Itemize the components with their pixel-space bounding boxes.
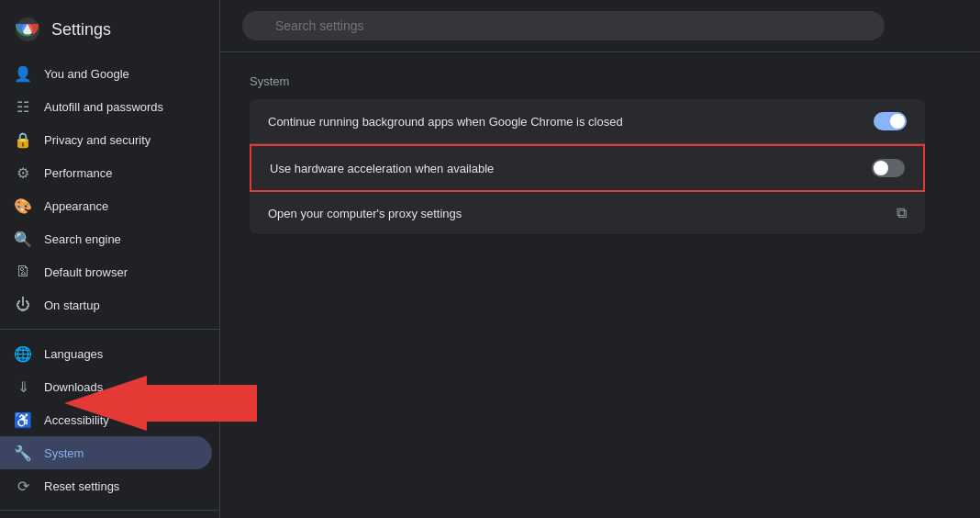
toggle-knob	[890, 114, 905, 129]
sidebar-item-autofill[interactable]: ☷ Autofill and passwords	[0, 90, 212, 123]
shield-icon: 🔒	[15, 131, 31, 148]
sidebar-divider-2	[0, 510, 219, 511]
sidebar-item-on-startup[interactable]: ⏻ On startup	[0, 288, 212, 321]
hardware-acceleration-toggle[interactable]	[872, 159, 905, 177]
sidebar-item-reset-settings[interactable]: ⟳ Reset settings	[0, 469, 212, 502]
globe-icon: 🌐	[15, 345, 31, 362]
wrench-icon: 🔧	[15, 445, 31, 461]
search-icon: 🔍	[15, 231, 31, 247]
section-title: System	[250, 74, 925, 88]
background-apps-label: Continue running background apps when Go…	[268, 115, 623, 129]
search-input[interactable]	[242, 11, 885, 40]
sidebar-header: Settings	[0, 7, 219, 57]
sidebar-item-performance[interactable]: ⚙ Performance	[0, 156, 212, 189]
sidebar-item-appearance[interactable]: 🎨 Appearance	[0, 189, 212, 222]
gauge-icon: ⚙	[15, 164, 31, 181]
app-title: Settings	[51, 20, 111, 39]
power-icon: ⏻	[15, 297, 31, 313]
search-bar-container	[220, 0, 980, 52]
sidebar-item-privacy[interactable]: 🔒 Privacy and security	[0, 123, 212, 156]
settings-row-hardware-acceleration[interactable]: Use hardware acceleration when available	[250, 144, 925, 192]
sidebar-item-search-engine[interactable]: 🔍 Search engine	[0, 222, 212, 255]
sidebar-divider	[0, 329, 219, 330]
external-proxy-icon: ⧉	[896, 205, 907, 221]
hardware-acceleration-label: Use hardware acceleration when available	[270, 162, 494, 175]
settings-row-proxy[interactable]: Open your computer's proxy settings ⧉	[250, 192, 925, 234]
sidebar-item-accessibility[interactable]: ♿ Accessibility	[0, 403, 212, 436]
sidebar: Settings 👤 You and Google ☷ Autofill and…	[0, 0, 220, 518]
browser-icon: 🖻	[15, 264, 31, 280]
background-apps-toggle[interactable]	[874, 112, 907, 130]
settings-card: Continue running background apps when Go…	[250, 99, 925, 234]
reset-icon: ⟳	[15, 478, 31, 494]
sidebar-item-languages[interactable]: 🌐 Languages	[0, 337, 212, 370]
sidebar-item-default-browser[interactable]: 🖻 Default browser	[0, 255, 212, 288]
sidebar-item-system[interactable]: 🔧 System	[0, 436, 212, 469]
search-wrapper	[242, 11, 885, 40]
toggle-knob-2	[874, 161, 888, 175]
palette-icon: 🎨	[15, 197, 31, 214]
settings-row-background-apps[interactable]: Continue running background apps when Go…	[250, 99, 925, 144]
grid-icon: ☷	[15, 98, 31, 115]
proxy-label: Open your computer's proxy settings	[268, 207, 462, 220]
content-area: System Continue running background apps …	[220, 52, 954, 256]
main-content: System Continue running background apps …	[220, 0, 980, 518]
person-icon: 👤	[15, 65, 31, 82]
sidebar-item-you-and-google[interactable]: 👤 You and Google	[0, 57, 212, 90]
accessibility-icon: ♿	[15, 411, 31, 428]
sidebar-item-downloads[interactable]: ⇓ Downloads	[0, 370, 212, 403]
download-icon: ⇓	[15, 378, 31, 395]
chrome-logo-icon	[15, 17, 40, 42]
